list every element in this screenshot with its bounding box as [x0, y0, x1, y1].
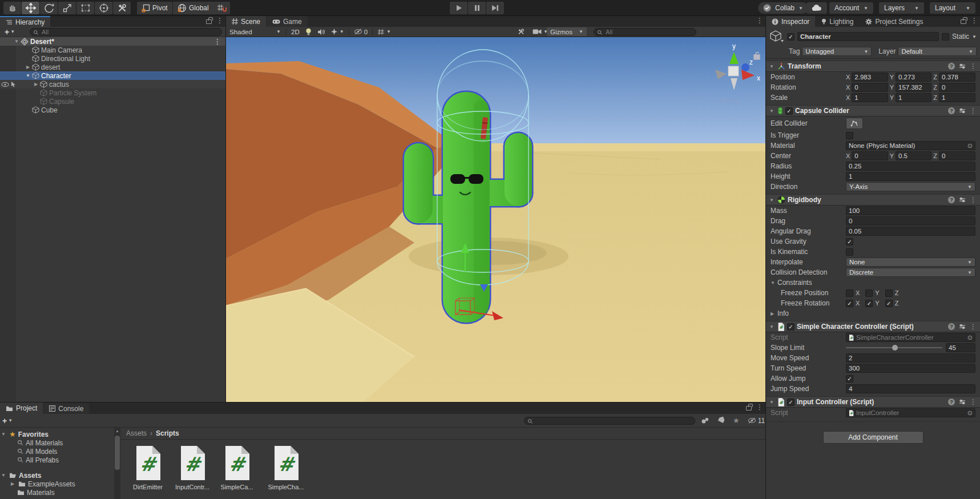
kebab-menu-icon[interactable]: ⋮	[756, 17, 763, 24]
foldout-open-icon[interactable]: ▼	[24, 73, 32, 78]
custom-tools-button[interactable]	[113, 2, 131, 14]
project-search[interactable]	[524, 417, 695, 425]
tag-dropdown[interactable]: Untagged▼	[802, 47, 872, 56]
foldout-closed-icon[interactable]: ▶	[32, 82, 40, 87]
object-picker-icon[interactable]: ⊙	[967, 333, 973, 341]
kebab-menu-icon[interactable]: ⋮	[970, 196, 977, 203]
chevron-down-icon[interactable]: ▼	[972, 34, 977, 39]
object-picker-icon[interactable]: ⊙	[967, 409, 973, 417]
object-picker-icon[interactable]: ⊙	[967, 142, 973, 150]
breadcrumb-current[interactable]: Scripts	[156, 429, 179, 437]
foldout-open-icon[interactable]: ▼	[768, 400, 775, 405]
scale-y-field[interactable]: 1	[896, 93, 931, 102]
gameobject-icon[interactable]	[769, 30, 784, 43]
move-speed-field[interactable]: 2	[846, 353, 975, 363]
foldout-open-icon[interactable]: ▼	[768, 198, 775, 203]
favorite-all-models[interactable]: All Models	[0, 447, 114, 456]
help-icon[interactable]: ?	[948, 63, 955, 70]
create-button[interactable]: +▼	[0, 416, 15, 425]
layer-dropdown[interactable]: Default▼	[898, 47, 977, 56]
position-z-field[interactable]: 0.378	[939, 73, 975, 82]
hierarchy-item-character[interactable]: ▼ Character	[0, 71, 225, 80]
scale-x-field[interactable]: 1	[852, 93, 888, 102]
hierarchy-search[interactable]	[30, 28, 222, 36]
position-y-field[interactable]: 0.273	[896, 73, 931, 82]
shading-mode-dropdown[interactable]: Shaded ▼	[226, 27, 284, 37]
tab-project[interactable]: Project	[0, 403, 43, 414]
help-icon[interactable]: ?	[948, 107, 955, 114]
slope-limit-field[interactable]: 45	[946, 343, 975, 352]
hierarchy-item-particle-system[interactable]: Particle System	[0, 88, 225, 97]
scale-z-field[interactable]: 1	[939, 93, 975, 102]
gameobject-name-field[interactable]: Character	[797, 32, 939, 41]
foldout-open-icon[interactable]: ▼	[768, 324, 775, 329]
kebab-menu-icon[interactable]: ⋮	[756, 404, 763, 411]
preset-icon[interactable]	[959, 399, 966, 405]
hierarchy-item-main-camera[interactable]: Main Camera	[0, 46, 225, 54]
scene-visibility-toggle[interactable]: 0	[351, 27, 370, 37]
component-enabled-checkbox[interactable]	[787, 399, 795, 406]
slider-track[interactable]	[846, 347, 942, 348]
drag-field[interactable]: 0	[846, 216, 975, 226]
kebab-menu-icon[interactable]: ⋮	[971, 17, 978, 24]
project-tree-scrollbar[interactable]: ▲	[114, 428, 120, 499]
layers-dropdown[interactable]: Layers ▼	[879, 2, 924, 14]
account-dropdown[interactable]: Account ▼	[829, 2, 873, 14]
tab-game[interactable]: Game	[267, 16, 308, 27]
file-simplecharactercontroller[interactable]: SimpleCha...	[267, 445, 305, 490]
scrollbar-thumb[interactable]	[115, 436, 120, 470]
scale-tool-button[interactable]	[58, 2, 76, 14]
lock-icon[interactable]	[206, 19, 212, 24]
grid-snapping-button[interactable]	[212, 2, 230, 14]
pivot-toggle-button[interactable]: Pivot	[137, 2, 172, 14]
project-search-input[interactable]	[525, 417, 695, 424]
center-x-field[interactable]: 0	[852, 151, 888, 160]
height-field[interactable]: 1	[846, 172, 975, 181]
scene-viewport[interactable]: y z x < Persp	[226, 37, 765, 402]
play-button[interactable]	[450, 2, 467, 14]
position-x-field[interactable]: 2.983	[852, 73, 888, 82]
rotation-z-field[interactable]: 0	[939, 83, 975, 92]
hierarchy-item-cactus[interactable]: ▶ cactus	[0, 80, 225, 88]
freeze-rotation-z-checkbox[interactable]	[885, 300, 893, 307]
kebab-menu-icon[interactable]: ⋮	[970, 107, 977, 114]
center-z-field[interactable]: 0	[939, 151, 975, 160]
collab-dropdown[interactable]: Collab ▼	[758, 2, 808, 14]
rotation-y-field[interactable]: 157.382	[896, 83, 931, 92]
preset-icon[interactable]	[959, 196, 966, 203]
allow-jump-checkbox[interactable]	[846, 375, 853, 383]
hidden-packages-toggle[interactable]: 11	[748, 417, 765, 425]
favorite-all-materials[interactable]: All Materials	[0, 438, 114, 447]
breadcrumb-root[interactable]: Assets	[126, 429, 147, 437]
foldout-open-icon[interactable]: ▼	[771, 280, 777, 285]
grid-visibility-dropdown[interactable]: ▼	[374, 27, 394, 37]
lock-icon[interactable]	[961, 19, 966, 24]
scene-effects-dropdown[interactable]: ▼	[328, 27, 347, 37]
add-component-button[interactable]: Add Component	[823, 431, 923, 444]
gizmos-dropdown[interactable]: Gizmos ▼	[547, 27, 587, 36]
hierarchy-item-capsule[interactable]: Capsule	[0, 97, 225, 106]
use-gravity-checkbox[interactable]	[846, 238, 853, 246]
assets-root-row[interactable]: ▼ Assets	[0, 471, 114, 480]
scene-lighting-toggle[interactable]	[303, 27, 314, 37]
scene-search[interactable]	[594, 28, 696, 36]
visibility-eye-icon[interactable]	[1, 82, 9, 87]
global-toggle-button[interactable]: Global	[173, 2, 213, 14]
component-enabled-checkbox[interactable]	[785, 107, 793, 115]
folder-materials[interactable]: Materials	[0, 488, 114, 497]
interpolate-dropdown[interactable]: None▼	[846, 257, 975, 267]
foldout-closed-icon[interactable]: ▶	[9, 481, 16, 486]
scene-search-input[interactable]	[594, 29, 696, 35]
edit-collider-button[interactable]	[846, 118, 863, 129]
active-checkbox[interactable]	[787, 33, 795, 41]
pickability-icon[interactable]	[10, 81, 16, 87]
help-icon[interactable]: ?	[948, 323, 955, 330]
foldout-open-icon[interactable]: ▼	[0, 432, 7, 437]
hierarchy-item-desert[interactable]: ▶ desert	[0, 63, 225, 71]
component-enabled-checkbox[interactable]	[787, 323, 795, 331]
collision-detection-dropdown[interactable]: Discrete▼	[846, 268, 975, 277]
preset-icon[interactable]	[959, 323, 966, 330]
script-object-field[interactable]: InputController⊙	[846, 408, 975, 417]
layout-dropdown[interactable]: Layout ▼	[930, 2, 975, 14]
freeze-rotation-x-checkbox[interactable]	[846, 300, 853, 307]
